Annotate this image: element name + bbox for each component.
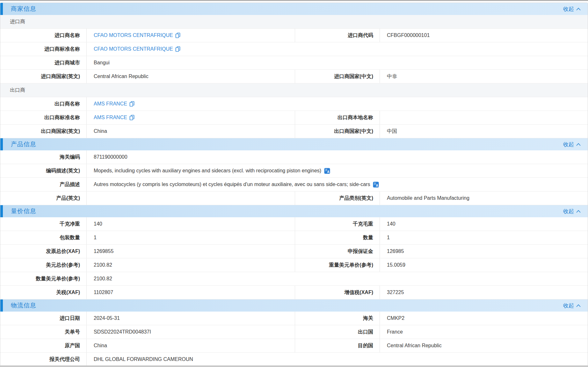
field-value: SDSD22024TRD004837I <box>86 325 295 339</box>
exporter-std-name-link[interactable]: AMS FRANCE <box>94 115 134 120</box>
chevron-up-icon <box>576 210 581 213</box>
field-value: AMS FRANCE <box>86 111 295 124</box>
field-value: CFBGF000000101 <box>380 29 588 42</box>
field-label: 重量美元单价(参考) <box>295 258 380 272</box>
section-header-product: 产品信息 收起 <box>0 138 588 150</box>
section-title: 商家信息 <box>11 5 36 13</box>
field-label: 千克净重 <box>0 217 86 231</box>
field-value <box>86 191 295 205</box>
copy-icon[interactable] <box>175 32 180 38</box>
collapse-label: 收起 <box>563 5 574 13</box>
table-row-importer-std-name: 进口商标准名称 CFAO MOTORS CENTRAFRIQUE <box>0 42 588 56</box>
field-value: 中国 <box>380 125 588 138</box>
collapse-toggle-merchant[interactable]: 收起 <box>563 5 581 13</box>
field-value: China <box>86 339 295 352</box>
field-label: 报关代理公司 <box>0 353 86 366</box>
table-row-importer-city: 进口商城市 Bangui <box>0 56 588 70</box>
field-value: DHL GLOBAL FORWARDING CAMEROUN <box>86 353 588 366</box>
field-label: 原产国 <box>0 339 86 352</box>
table-row-invoice-total: 发票总价(XAF) 1269855 申报保证金 126985 <box>0 245 588 258</box>
field-label: 进口商名称 <box>0 29 86 42</box>
section-accent-bar <box>0 3 3 15</box>
collapse-toggle-quantity-price[interactable]: 收起 <box>563 208 581 215</box>
svg-text:A: A <box>376 184 378 187</box>
field-label: 数量美元单价(参考) <box>0 272 86 285</box>
field-value: 871190000000 <box>86 150 588 164</box>
field-label: 关单号 <box>0 325 86 339</box>
field-value: China <box>86 125 295 138</box>
table-row-usd-total: 美元总价(参考) 2100.82 重量美元单价(参考) 15.0059 <box>0 258 588 272</box>
field-value <box>380 111 588 124</box>
chevron-up-icon <box>576 304 581 307</box>
field-label: 申报保证金 <box>295 245 380 258</box>
field-value: Mopeds, including cycles with auxiliary … <box>86 164 588 177</box>
importer-std-name-link[interactable]: CFAO MOTORS CENTRAFRIQUE <box>94 46 180 52</box>
field-value: CFAO MOTORS CENTRAFRIQUE <box>86 29 295 42</box>
field-value: 1 <box>380 231 588 244</box>
field-value: 1269855 <box>86 245 295 258</box>
section-title: 量价信息 <box>11 207 36 215</box>
field-label: 进口日期 <box>0 312 86 325</box>
translate-icon[interactable]: 文A <box>324 168 330 174</box>
section-accent-bar <box>0 205 3 217</box>
section-header-merchant: 商家信息 收起 <box>0 3 588 15</box>
field-label: 发票总价(XAF) <box>0 245 86 258</box>
field-label: 进口商国家(中文) <box>295 70 380 83</box>
field-label: 出口商国家(英文) <box>0 125 86 138</box>
trade-record-detail-panel: 商家信息 收起 进口商 进口商名称 CFAO MOTORS CENTRAFRIQ… <box>0 3 588 367</box>
collapse-toggle-product[interactable]: 收起 <box>563 141 581 148</box>
field-label: 海关 <box>295 312 380 325</box>
table-row-origin-country: 原产国 China 目的国 Central African Republic <box>0 339 588 353</box>
table-row-exporter-std-name: 出口商标准名称 AMS FRANCE 出口商本地名称 <box>0 111 588 125</box>
field-value: 中非 <box>380 70 588 83</box>
table-row-tariff: 关税(XAF) 1102807 增值税(XAF) 327225 <box>0 286 588 299</box>
section-header-logistics: 物流信息 收起 <box>0 299 588 312</box>
field-label: 包装数量 <box>0 231 86 244</box>
table-row-importer-name: 进口商名称 CFAO MOTORS CENTRAFRIQUE 进口商代码 CFB… <box>0 29 588 42</box>
section-title: 物流信息 <box>11 301 36 310</box>
importer-name-link[interactable]: CFAO MOTORS CENTRAFRIQUE <box>94 32 180 38</box>
collapse-toggle-logistics[interactable]: 收起 <box>563 302 581 309</box>
field-label: 出口商标准名称 <box>0 111 86 124</box>
copy-icon[interactable] <box>175 46 180 52</box>
svg-text:A: A <box>327 170 330 173</box>
table-row-hs-code: 海关编码 871190000000 <box>0 150 588 164</box>
copy-icon[interactable] <box>129 115 134 120</box>
field-label: 关税(XAF) <box>0 286 86 299</box>
table-row-exporter-country: 出口商国家(英文) China 出口商国家(中文) 中国 <box>0 125 588 138</box>
field-value: AMS FRANCE <box>86 97 588 111</box>
copy-icon[interactable] <box>129 101 134 107</box>
field-value: Autres motocycles (y compris les cyclomo… <box>86 178 588 191</box>
table-row-weight: 千克净重 140 千克毛重 140 <box>0 217 588 231</box>
field-label: 出口商国家(中文) <box>295 125 380 138</box>
table-row-customs-no: 关单号 SDSD22024TRD004837I 出口国 France <box>0 325 588 339</box>
collapse-label: 收起 <box>563 208 574 215</box>
subheader-importer: 进口商 <box>0 15 588 29</box>
field-value: 140 <box>86 217 295 231</box>
field-label: 产品(英文) <box>0 191 86 205</box>
field-value: 15.0059 <box>380 258 588 272</box>
table-row-exporter-name: 出口商名称 AMS FRANCE <box>0 97 588 111</box>
table-row-package-qty: 包装数量 1 数量 1 <box>0 231 588 245</box>
field-value: 1 <box>86 231 295 244</box>
field-value: Central African Republic <box>86 70 295 83</box>
table-row-product-desc: 产品描述 Autres motocycles (y compris les cy… <box>0 178 588 191</box>
field-label: 进口商代码 <box>295 29 380 42</box>
chevron-up-icon <box>576 8 581 11</box>
field-label: 海关编码 <box>0 150 86 164</box>
table-row-customs-agent: 报关代理公司 DHL GLOBAL FORWARDING CAMEROUN <box>0 353 588 366</box>
exporter-name-link[interactable]: AMS FRANCE <box>94 101 134 107</box>
field-value: Central African Republic <box>380 339 588 352</box>
field-value: 2100.82 <box>86 258 295 272</box>
field-value: France <box>380 325 588 339</box>
section-title: 产品信息 <box>11 140 36 148</box>
translate-icon[interactable]: 文A <box>373 182 379 188</box>
field-label: 进口商城市 <box>0 56 86 69</box>
collapse-label: 收起 <box>563 141 574 148</box>
collapse-label: 收起 <box>563 302 574 309</box>
chevron-up-icon <box>576 143 581 146</box>
field-label: 千克毛重 <box>295 217 380 231</box>
field-value: 126985 <box>380 245 588 258</box>
field-value: Bangui <box>86 56 588 69</box>
field-label: 产品类别(英文) <box>295 191 380 205</box>
